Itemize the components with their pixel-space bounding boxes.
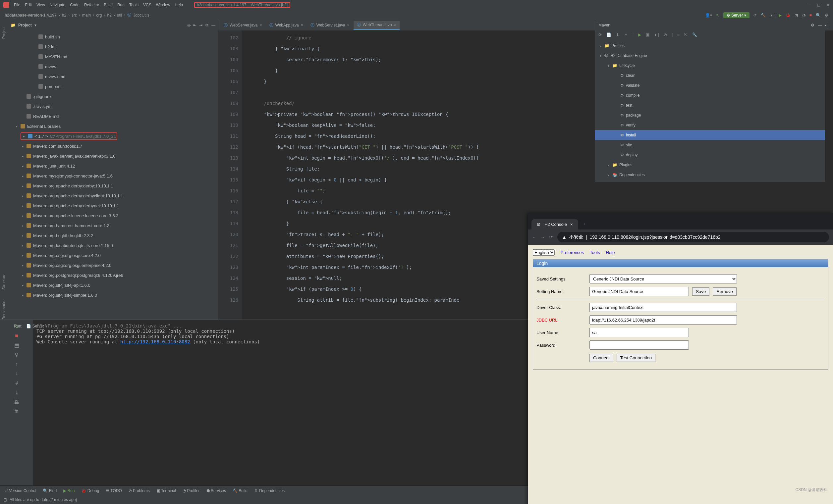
tree-row[interactable]: ▸Maven: org.apache.derby:derby:10.10.1.1 xyxy=(8,181,218,191)
reload-icon[interactable]: ⟳ xyxy=(549,235,553,240)
panel-hide-icon[interactable]: — xyxy=(211,23,215,27)
menu-help[interactable]: Help xyxy=(175,3,183,7)
maven-tree-row[interactable]: ⚙clean xyxy=(595,71,825,80)
skip-tests-icon[interactable]: ⊘ xyxy=(664,32,667,37)
project-view-selector[interactable]: ▾ xyxy=(34,23,37,27)
tab-webserver[interactable]: ⓒWebServer.java× xyxy=(220,21,265,29)
print-icon[interactable]: 🖶 xyxy=(14,399,19,405)
layout-icon[interactable]: ⬒ xyxy=(14,342,19,348)
menu-window[interactable]: Window xyxy=(156,3,170,7)
tree-row[interactable]: h2.iml xyxy=(8,42,218,52)
add-icon[interactable]: ＋ xyxy=(624,32,628,37)
new-tab-icon[interactable]: ＋ xyxy=(580,219,590,229)
download-icon[interactable]: ⬇ xyxy=(616,32,619,37)
tab-webthread[interactable]: ⓒWebThread.java× xyxy=(354,21,400,30)
maven-tree-row[interactable]: ⚙package xyxy=(595,110,825,120)
minimize-icon[interactable]: — xyxy=(807,3,811,7)
reload-icon[interactable]: ⟳ xyxy=(598,32,602,37)
back-icon[interactable]: ↖ xyxy=(716,13,719,18)
tree-row[interactable]: ▸Maven: org.postgresql:postgresql:9.4.12… xyxy=(8,270,218,280)
language-select[interactable]: English xyxy=(533,249,555,256)
tree-row[interactable]: .gitignore xyxy=(8,92,218,101)
problems-tab[interactable]: ⊘ Problems xyxy=(128,488,150,493)
back-icon[interactable]: ← xyxy=(532,235,536,240)
menu-code[interactable]: Code xyxy=(70,3,79,7)
tree-row[interactable]: ▸Maven: org.apache.derby:derbyclient:10.… xyxy=(8,191,218,201)
menu-edit[interactable]: Edit xyxy=(25,3,32,7)
maven-tree-row[interactable]: ⚙site xyxy=(595,140,825,150)
menu-tools[interactable]: Tools xyxy=(129,3,139,7)
maven-tree-row[interactable]: ⚙deploy xyxy=(595,150,825,160)
close-icon[interactable]: ✕ xyxy=(826,3,830,7)
menu-build[interactable]: Build xyxy=(104,3,113,7)
clear-icon[interactable]: 🗑 xyxy=(14,408,19,414)
menu-run[interactable]: Run xyxy=(117,3,125,7)
tree-row[interactable]: ▸Maven: org.hamcrest:hamcrest-core:1.3 xyxy=(8,221,218,230)
maven-tree-row[interactable]: ▸📚Dependencies xyxy=(595,170,825,180)
maven-tree-row[interactable]: ⚙compile xyxy=(595,91,825,100)
services-tab[interactable]: ⬢ Services xyxy=(207,488,226,493)
profile-icon[interactable]: ◔ xyxy=(802,13,806,18)
tabs-menu-icon[interactable]: ⋮ xyxy=(827,23,831,27)
tree-row[interactable]: README.md xyxy=(8,111,218,121)
vcs-tab[interactable]: ⎇ Version Control xyxy=(3,488,36,493)
saved-settings-select[interactable]: Generic JNDI Data Source xyxy=(590,274,737,283)
maven-tree-row[interactable]: ▸📁Profiles xyxy=(595,41,825,51)
tree-row[interactable]: ▾External Libraries xyxy=(8,121,218,131)
settings-icon[interactable]: ⚙ xyxy=(825,13,828,18)
wrench-icon[interactable]: 🔧 xyxy=(692,32,697,37)
connect-button[interactable]: Connect xyxy=(590,354,613,362)
tree-row[interactable]: ▸Maven: com.sun:tools:1.7 xyxy=(8,141,218,151)
collapse-icon[interactable]: ⇤ xyxy=(193,23,196,27)
coverage-icon[interactable]: ⬔ xyxy=(794,13,798,18)
project-tool-tab[interactable]: Project xyxy=(2,26,6,39)
expand-icon[interactable]: ⇥ xyxy=(199,23,203,27)
password-input[interactable] xyxy=(590,341,689,350)
find-tab[interactable]: 🔍 Find xyxy=(43,488,57,493)
project-tree[interactable]: build.shh2.imlMAVEN.mdmvnwmvnw.cmdpom.xm… xyxy=(8,30,218,320)
collapse-all-icon[interactable]: ⇱ xyxy=(684,32,688,37)
maven-tree-row[interactable]: ⚙verify xyxy=(595,120,825,130)
browser-tab[interactable]: 🗎 H2 Console × xyxy=(531,219,578,229)
hammer-icon[interactable]: 🔨 xyxy=(761,13,766,18)
close-tab-icon[interactable]: × xyxy=(347,23,350,27)
deps-tab[interactable]: 🗏 Dependencies xyxy=(254,488,285,493)
scroll-end-icon[interactable]: ⤓ xyxy=(15,389,19,396)
structure-tool-tab[interactable]: Structure xyxy=(2,274,6,290)
toggle-offline-icon[interactable]: ⏵| xyxy=(654,32,659,37)
breadcrumb[interactable]: h2database-version-1.4.197 › h2 › src › … xyxy=(5,12,149,18)
tab-webapp[interactable]: ⓒWebApp.java× xyxy=(266,21,307,29)
close-tab-icon[interactable]: × xyxy=(570,222,573,227)
username-input[interactable] xyxy=(590,328,689,337)
maven-tree-row[interactable]: ▾📁Lifecycle xyxy=(595,60,825,71)
maven-tree-row[interactable]: ⚙validate xyxy=(595,80,825,91)
execute-icon[interactable]: ▣ xyxy=(646,32,649,37)
soft-wrap-icon[interactable]: ↲ xyxy=(15,380,19,386)
todo-tab[interactable]: ☰ TODO xyxy=(106,488,122,493)
tree-row[interactable]: ▸Maven: org.locationtech.jts:jts-core:1.… xyxy=(8,241,218,250)
setting-name-input[interactable] xyxy=(590,287,689,296)
tools-link[interactable]: Tools xyxy=(590,250,600,255)
preferences-link[interactable]: Preferences xyxy=(561,250,584,255)
bookmarks-tool-tab[interactable]: Bookmarks xyxy=(2,300,6,320)
add-config-icon[interactable]: 👤▾ xyxy=(705,13,712,18)
help-link[interactable]: Help xyxy=(606,250,615,255)
maven-settings-icon[interactable]: ⚙ xyxy=(811,23,814,27)
sync-icon[interactable]: ⟳ xyxy=(754,13,757,18)
tree-row[interactable]: ▸Maven: org.slf4j:slf4j-api:1.6.0 xyxy=(8,280,218,290)
close-tab-icon[interactable]: × xyxy=(260,23,262,27)
debug-tab[interactable]: 🐞 Debug xyxy=(81,488,99,493)
maven-tree-row[interactable]: ⚙test xyxy=(595,100,825,110)
menu-navigate[interactable]: Navigate xyxy=(50,3,65,7)
maven-tree-row[interactable]: ▾ⓂH2 Database Engine xyxy=(595,51,825,60)
run-maven-icon[interactable]: ▶ xyxy=(638,32,641,37)
show-deps-icon[interactable]: ⌗ xyxy=(677,32,680,37)
close-tab-icon[interactable]: × xyxy=(394,23,396,27)
down-icon[interactable]: ↓ xyxy=(15,371,18,377)
tree-row[interactable]: ▸Maven: org.osgi:org.osgi.core:4.2.0 xyxy=(8,250,218,260)
tree-row[interactable]: pom.xml xyxy=(8,81,218,92)
remove-button[interactable]: Remove xyxy=(713,287,737,296)
profiler-tab[interactable]: ◔ Profiler xyxy=(183,488,199,493)
generate-icon[interactable]: 📄 xyxy=(606,32,611,37)
search-icon[interactable]: 🔍 xyxy=(816,13,821,18)
